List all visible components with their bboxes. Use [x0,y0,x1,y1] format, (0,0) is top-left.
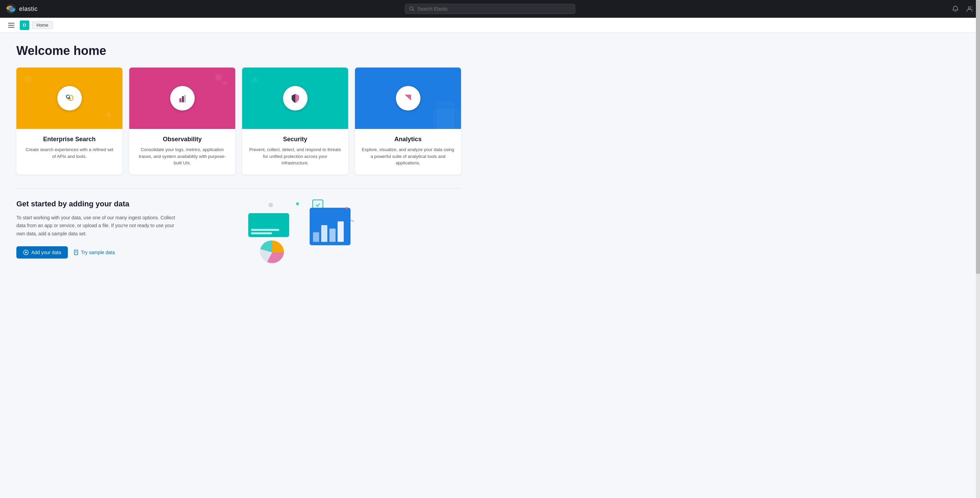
analytics-desc: Explore, visualize, and analyze your dat… [362,146,454,167]
illus-bar-3 [329,229,336,242]
illus-dot-teal [296,202,299,205]
illus-line-2 [251,232,272,234]
svg-rect-21 [185,95,186,102]
illus-line-1 [251,229,279,231]
elastic-logo[interactable]: elastic [5,3,38,14]
illustration-container: ~ [242,199,357,268]
navbar: D Home [0,18,980,33]
document-icon [73,250,79,255]
deco-building2 [437,102,454,129]
observability-desc: Consolidate your logs, metrics, applicat… [136,146,229,167]
hamburger-icon [8,23,14,28]
observability-card-body: Observability Consolidate your logs, met… [129,129,235,175]
security-desc: Prevent, collect, detect, and respond to… [249,146,341,167]
svg-rect-19 [179,98,181,102]
page-title: Welcome home [16,44,461,58]
scrollbar-thumb[interactable] [976,0,980,274]
analytics-title: Analytics [362,136,454,143]
user-menu-button[interactable] [964,4,975,14]
trend-icon [329,246,350,256]
deco-rect [25,76,31,83]
svg-line-7 [413,10,414,11]
svg-point-8 [969,7,971,9]
security-title: Security [249,136,341,143]
illus-dot-pink [345,207,348,209]
security-card-body: Security Prevent, collect, detect, and r… [242,129,348,175]
add-data-button[interactable]: Add your data [16,246,68,259]
observability-icon [176,92,189,104]
enterprise-search-title: Enterprise Search [23,136,116,143]
try-sample-button[interactable]: Try sample data [73,250,115,255]
enterprise-search-icon [64,92,76,104]
scrollbar[interactable] [976,0,980,279]
get-started-actions: Add your data Try sample data [16,246,221,259]
illus-sq1 [269,203,273,207]
get-started-section: Get started by adding your data To start… [16,199,461,268]
search-input[interactable] [417,6,571,11]
search-icon [409,6,415,11]
analytics-card-body: Analytics Explore, visualize, and analyz… [355,129,461,175]
illus-bar-1 [313,232,319,242]
search-box[interactable] [405,4,575,14]
deco-triangle [250,76,260,83]
avatar-button[interactable]: D [20,21,29,30]
illus-bars [313,218,347,242]
enterprise-search-desc: Create search experiences with a refined… [23,146,116,160]
security-icon-circle [283,86,307,110]
breadcrumb-home[interactable]: Home [32,21,53,29]
header-actions [951,4,975,14]
solution-cards: + Enterprise Search [16,68,461,175]
get-started-description: To start working with your data, use one… [16,214,180,238]
analytics-card-image [355,68,461,129]
security-icon [289,92,301,104]
header: elastic [0,0,980,18]
observability-card[interactable]: Observability Consolidate your logs, met… [129,68,235,175]
enterprise-search-card[interactable]: + Enterprise Search [16,68,123,175]
illus-bar-4 [337,221,344,242]
deco-sq2 [223,81,227,85]
observability-card-image [129,68,235,129]
user-icon [966,5,973,13]
enterprise-search-card-image: + [16,68,123,129]
analytics-icon-circle [396,86,420,110]
analytics-card[interactable]: Analytics Explore, visualize, and analyz… [355,68,461,175]
check-icon [315,202,321,208]
get-started-title: Get started by adding your data [16,199,221,208]
add-data-label: Add your data [31,250,61,255]
illus-trend [329,246,350,258]
add-data-icon [23,250,29,255]
elastic-logo-icon [5,3,16,14]
notifications-button[interactable] [951,4,960,14]
observability-icon-circle [170,86,195,110]
analytics-icon [402,92,414,104]
search-container [405,4,575,14]
illus-bar-2 [321,225,327,242]
illus-bar-panel [310,208,350,245]
deco-plus: + [105,108,112,122]
illus-squiggle: ~ [350,216,355,226]
enterprise-search-card-body: Enterprise Search Create search experien… [16,129,123,168]
main-content: Welcome home + [0,33,477,279]
deco-sq1 [215,74,222,81]
bell-icon [952,5,959,12]
security-card-image [242,68,348,129]
elastic-wordmark: elastic [19,5,38,13]
observability-title: Observability [136,136,229,143]
illus-pie-svg [258,239,286,266]
svg-line-9 [972,5,973,6]
section-divider [16,188,461,189]
enterprise-search-icon-circle [57,86,82,110]
hamburger-button[interactable] [5,21,17,29]
illus-pie-container [258,239,286,266]
security-card[interactable]: Security Prevent, collect, detect, and r… [242,68,348,175]
try-sample-label: Try sample data [81,250,115,255]
illus-teal-card [248,213,289,237]
svg-rect-20 [182,96,184,102]
get-started-text: Get started by adding your data To start… [16,199,221,259]
get-started-illustration: ~ [242,199,357,268]
